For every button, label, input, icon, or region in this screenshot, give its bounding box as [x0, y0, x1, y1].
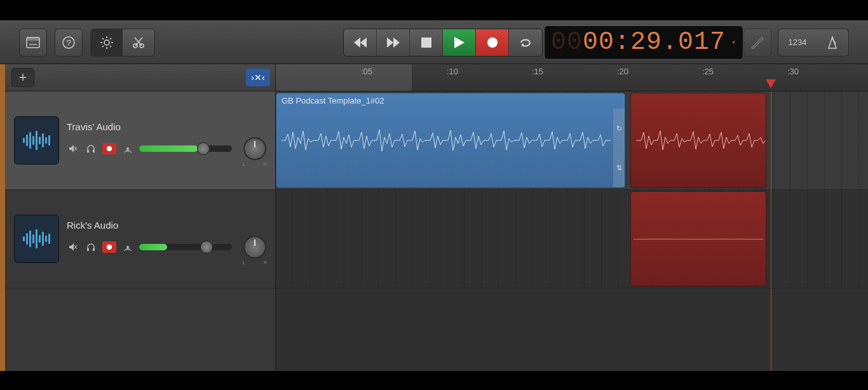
audio-wave-icon [21, 131, 53, 150]
sun-icon [100, 36, 114, 50]
lcd-display[interactable]: 00 00:29.017 ▾ [544, 25, 743, 60]
right-toolbar: 1234 [743, 29, 849, 57]
svg-line-13 [110, 38, 111, 39]
track-name-label: Rick's Audio [67, 220, 266, 231]
metronome-button[interactable] [817, 29, 848, 56]
lcd-dropdown-icon[interactable]: ▾ [731, 37, 736, 48]
record-enable-button[interactable] [102, 241, 116, 253]
svg-marker-25 [521, 43, 524, 47]
loop-icon: ↻ [616, 124, 622, 133]
rewind-button[interactable] [344, 29, 377, 56]
pan-labels: L R [243, 260, 267, 265]
record-dot-icon [106, 145, 112, 152]
svg-rect-31 [87, 150, 89, 152]
playhead-line [771, 91, 771, 371]
recording-region[interactable] [630, 191, 766, 286]
recording-region[interactable] [630, 93, 766, 188]
svg-point-40 [107, 245, 112, 250]
flatline-icon [634, 239, 763, 239]
waveform-icon [281, 124, 612, 156]
headphones-icon [86, 243, 95, 252]
cycle-button[interactable] [509, 29, 542, 56]
quick-help-button[interactable]: ? [55, 29, 83, 57]
help-icon: ? [62, 36, 76, 50]
mute-button[interactable] [67, 142, 79, 155]
track-type-icon [14, 215, 59, 263]
svg-line-11 [110, 46, 111, 47]
volume-slider[interactable] [139, 145, 232, 152]
smart-controls-button[interactable] [91, 29, 123, 56]
pan-knob[interactable]: L R [243, 236, 266, 259]
toolbar: ? [0, 21, 868, 64]
fade-icon: ⇅ [616, 164, 622, 172]
stop-icon [421, 37, 431, 48]
time-ruler[interactable]: :05:10:15:20:25:30 [276, 64, 868, 91]
count-in-button[interactable]: 1234 [778, 29, 817, 56]
playhead-marker[interactable] [766, 79, 776, 88]
cycle-locator[interactable] [276, 64, 412, 91]
record-enable-button[interactable] [102, 143, 116, 154]
note-pad-button[interactable] [743, 29, 771, 57]
stop-button[interactable] [410, 29, 443, 56]
ruler-tick: :15 [532, 67, 543, 76]
play-icon [454, 37, 465, 48]
svg-point-24 [487, 37, 498, 48]
ruler-tick: :05 [361, 67, 372, 76]
waveform-icon [636, 124, 766, 156]
input-monitor-button[interactable] [121, 241, 134, 253]
svg-marker-28 [69, 145, 74, 152]
mute-button[interactable] [67, 241, 79, 253]
lcd-time: 00:29.017 [583, 28, 726, 57]
cycle-icon [519, 37, 532, 48]
svg-marker-23 [454, 37, 465, 48]
svg-marker-19 [360, 37, 367, 48]
record-icon [487, 37, 498, 48]
track-header[interactable]: Travis' Audio [5, 91, 275, 190]
track-header[interactable]: Rick's Audio [5, 190, 275, 288]
volume-slider[interactable] [139, 244, 232, 250]
volume-thumb[interactable] [197, 142, 210, 155]
track-lane[interactable]: GB Podcast Template_1#02 ↻ ⇅ [276, 91, 868, 190]
mute-icon [69, 243, 78, 252]
add-track-button[interactable]: + [11, 68, 34, 87]
record-button[interactable] [476, 29, 509, 56]
svg-point-5 [104, 40, 109, 45]
pan-r: R [264, 260, 267, 265]
svg-line-12 [102, 46, 104, 47]
volume-thumb[interactable] [200, 241, 213, 253]
app-root: ? [0, 20, 868, 371]
svg-marker-18 [354, 37, 360, 48]
forward-button[interactable] [377, 29, 410, 56]
editors-button[interactable] [123, 29, 154, 56]
play-button[interactable] [443, 29, 476, 56]
track-body: Travis' Audio [67, 121, 266, 160]
audio-region[interactable]: GB Podcast Template_1#02 ↻ ⇅ [276, 93, 625, 188]
svg-line-17 [135, 37, 142, 46]
region-loop-handle[interactable]: ↻ ⇅ [613, 109, 625, 187]
svg-marker-35 [69, 243, 74, 251]
track-controls: L R [67, 236, 266, 259]
pan-knob[interactable]: L R [243, 137, 266, 160]
volume-fill [139, 244, 167, 250]
region-label: GB Podcast Template_1#02 [281, 96, 384, 105]
plus-icon: + [19, 69, 27, 86]
svg-line-16 [135, 37, 142, 46]
automation-filter-button[interactable]: ›✕‹ [246, 69, 270, 86]
track-header-panel: + ›✕‹ Travis' Audio [5, 64, 276, 371]
lcd-dim-prefix: 00 [551, 28, 583, 57]
metronome-icon [827, 36, 838, 49]
track-lane[interactable] [276, 190, 868, 288]
fast-forward-icon [386, 37, 400, 48]
pan-l: L [243, 162, 245, 166]
svg-marker-21 [393, 37, 400, 48]
solo-button[interactable] [85, 241, 97, 253]
solo-button[interactable] [85, 142, 97, 155]
timeline-area[interactable]: :05:10:15:20:25:30 GB Podcast Template_1… [276, 64, 868, 371]
audio-wave-icon [21, 229, 53, 248]
svg-rect-1 [27, 37, 39, 41]
editor-mode-group [90, 29, 155, 57]
ruler-tick: :20 [617, 67, 628, 76]
library-button[interactable] [19, 29, 47, 57]
svg-line-10 [102, 38, 104, 39]
input-monitor-button[interactable] [121, 142, 134, 155]
